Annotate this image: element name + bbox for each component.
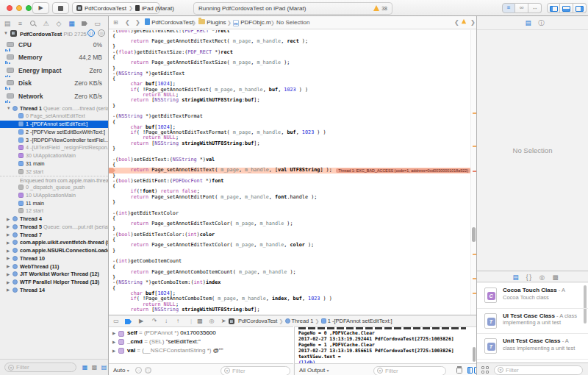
- stack-frame-row[interactable]: 1 -[PDFAnnot setEditText:]: [0, 121, 108, 129]
- stack-frame-row[interactable]: 4 -[UITextField _resignFirstRespon...: [0, 144, 108, 152]
- warning-count[interactable]: 38: [381, 6, 387, 11]
- thread-row[interactable]: ▶com.apple.uikit.eventfetch-thread (8): [0, 239, 108, 247]
- zoom-button[interactable]: [26, 5, 32, 11]
- next-issue-button[interactable]: ❯: [470, 18, 476, 28]
- disclosure-icon[interactable]: ▶: [7, 217, 10, 221]
- run-button[interactable]: ▶: [32, 2, 49, 14]
- flat-view-icon[interactable]: ▦: [81, 363, 89, 371]
- thread-row[interactable]: ▼Thread 1 Queue: com....-thread (serial): [0, 104, 108, 113]
- variables-filter-input[interactable]: ▼Filter: [220, 366, 290, 375]
- grid-view-icon[interactable]: [481, 366, 490, 374]
- object-library-tab[interactable]: ◎: [537, 273, 547, 282]
- debug-crumb-process[interactable]: PdfCordovaTest: [238, 318, 277, 324]
- disclosure-icon[interactable]: ▶: [7, 264, 10, 268]
- scheme-selector[interactable]: PdfCordovaTest ❯ iPad (Marat): [72, 2, 159, 14]
- variables-scope-popup[interactable]: Auto ▾: [113, 367, 129, 374]
- thread-row[interactable]: ▶Thread 14: [0, 286, 108, 294]
- breakpoint-navigator-icon[interactable]: [79, 18, 90, 29]
- simulate-location-icon[interactable]: ➤: [219, 317, 228, 326]
- variable-row[interactable]: ▶self = (PDFAnnot *) 0x170035600: [109, 329, 293, 338]
- gauge-cpu[interactable]: CPU0%: [0, 40, 108, 53]
- console-scope-popup[interactable]: All Output ▾: [299, 367, 329, 374]
- report-navigator-icon[interactable]: ▭: [93, 18, 103, 29]
- crumb-selection[interactable]: No Selection: [276, 18, 309, 28]
- stack-frame-row[interactable]: 12 start: [0, 207, 108, 215]
- info-icon[interactable]: ⓘ: [145, 367, 151, 374]
- stack-frame-row[interactable]: 11 main: [0, 199, 108, 207]
- stop-button[interactable]: [52, 2, 69, 14]
- related-items-icon[interactable]: ⊞: [113, 18, 118, 28]
- thread-row[interactable]: ▶WTF Parallel Helper Thread (13): [0, 279, 108, 287]
- step-into-icon[interactable]: ↓: [162, 317, 171, 326]
- help-inspector-tab[interactable]: ⓘ: [537, 18, 546, 27]
- thread-row[interactable]: ▶Thread 4: [0, 215, 108, 224]
- close-button[interactable]: [7, 5, 12, 11]
- thread-row[interactable]: ▶JIT Worklist Worker Thread (12): [0, 271, 108, 279]
- view-hierarchy-icon[interactable]: ▩: [196, 317, 204, 326]
- disclosure-icon[interactable]: ▶: [7, 232, 10, 237]
- gauge-energy-impact[interactable]: Energy ImpactZero: [0, 66, 108, 79]
- version-editor-button[interactable]: ↔: [528, 3, 542, 13]
- gauge-memory[interactable]: Memory44,2 MB: [0, 53, 108, 65]
- console-filter-input[interactable]: ▼Filter: [373, 366, 446, 375]
- prev-issue-button[interactable]: ❮: [454, 18, 459, 28]
- library-item[interactable]: TUnit Test Case Class - A class implemen…: [477, 334, 588, 360]
- library-filter-input[interactable]: ▼Filter: [494, 365, 583, 375]
- thread-row[interactable]: ▶Thread 7: [0, 231, 108, 239]
- stack-frame-row[interactable]: 2 -[PDFView setEditBoxWithText:]: [0, 128, 108, 136]
- disclosure-icon[interactable]: ▶: [7, 249, 10, 253]
- toggle-debug-area-button[interactable]: [560, 3, 573, 13]
- continue-icon[interactable]: ▶: [137, 317, 146, 326]
- clear-console-icon[interactable]: [456, 366, 462, 374]
- process-row[interactable]: ▼ PdfCordovaTest PID 2725 | | ◎: [0, 29, 108, 39]
- test-navigator-icon[interactable]: ◇: [54, 18, 64, 29]
- crumb-group[interactable]: Plugins: [198, 18, 226, 28]
- issue-warning-icon[interactable]: [461, 18, 469, 28]
- disclosure-icon[interactable]: ▶: [7, 224, 10, 229]
- file-template-library-tab[interactable]: ▤: [511, 273, 520, 282]
- crumb-file[interactable]: m PDFObjc.m: [233, 18, 271, 28]
- step-over-icon[interactable]: ↷: [150, 317, 159, 326]
- pause-icon[interactable]: | |: [87, 29, 95, 37]
- stack-frame-row[interactable]: 0 Page_setAnnotEditText: [0, 113, 108, 121]
- thread-row[interactable]: ▶Thread 5 Queue: com....put.rdt (serial): [0, 223, 108, 231]
- debug-crumb-thread[interactable]: Thread 1: [291, 318, 313, 324]
- hide-debug-area-icon[interactable]: ▭: [112, 317, 121, 326]
- library-item[interactable]: CCocoa Touch Class - A Cocoa Touch class: [477, 283, 588, 309]
- stack-frame-row[interactable]: 3 -[RDPDFViewController textFiel...: [0, 136, 108, 144]
- debug-navigator-icon[interactable]: ▦: [67, 18, 77, 29]
- disclosure-icon[interactable]: ▶: [112, 349, 115, 353]
- stack-frame-row[interactable]: 30 UIApplicationMain: [0, 152, 108, 160]
- editor-scrollbar-thumb[interactable]: [472, 227, 476, 242]
- console-scrollbar-thumb[interactable]: [473, 347, 476, 362]
- minimize-button[interactable]: [16, 5, 22, 11]
- disclosure-icon[interactable]: ▶: [112, 331, 115, 335]
- toggle-inspector-button[interactable]: [573, 3, 587, 13]
- memory-graph-icon[interactable]: ◎: [207, 317, 216, 326]
- symbol-navigator-icon[interactable]: ≡: [15, 18, 26, 29]
- stack-frame-row[interactable]: 32 start: [0, 168, 108, 176]
- disclosure-icon[interactable]: ▶: [7, 288, 10, 292]
- library-item[interactable]: TUI Test Case Class - A class implementi…: [477, 309, 588, 335]
- disclosure-icon[interactable]: ▼: [4, 31, 8, 35]
- find-navigator-icon[interactable]: [28, 18, 38, 29]
- step-out-icon[interactable]: ↑: [173, 317, 182, 326]
- console-view[interactable]: PageNo = 0 ,PDFVCache.Clear2017-02-27 13…: [294, 326, 476, 363]
- source-editor[interactable]: -(bool)getEditTextRect:(PDF_RECT *)rect{…: [109, 30, 476, 315]
- stack-frame-row[interactable]: 10 UIApplicationMain: [0, 191, 108, 199]
- disclosure-icon[interactable]: ▶: [7, 240, 10, 245]
- thread-row[interactable]: ▶com.apple.NSURLConnectionLoader...: [0, 247, 108, 255]
- disclosure-icon[interactable]: ▶: [7, 256, 10, 260]
- standard-editor-button[interactable]: ≡: [502, 3, 515, 13]
- code-snippet-library-tab[interactable]: { }: [524, 273, 534, 282]
- back-button[interactable]: ❮: [125, 18, 130, 28]
- forward-button[interactable]: ❯: [135, 18, 140, 28]
- toggle-variables-icon[interactable]: [467, 367, 473, 374]
- disclosure-icon[interactable]: ▶: [7, 280, 10, 285]
- variable-row[interactable]: ▶val = (__NSCFConstantString *) @"": [109, 347, 293, 356]
- issue-navigator-icon[interactable]: ⚠: [41, 18, 51, 29]
- media-library-tab[interactable]: ▩: [551, 273, 560, 282]
- show-only-icon[interactable]: ○: [135, 367, 142, 374]
- thread-row[interactable]: ▶Thread 10: [0, 254, 108, 262]
- disclosure-icon[interactable]: ▶: [112, 340, 115, 344]
